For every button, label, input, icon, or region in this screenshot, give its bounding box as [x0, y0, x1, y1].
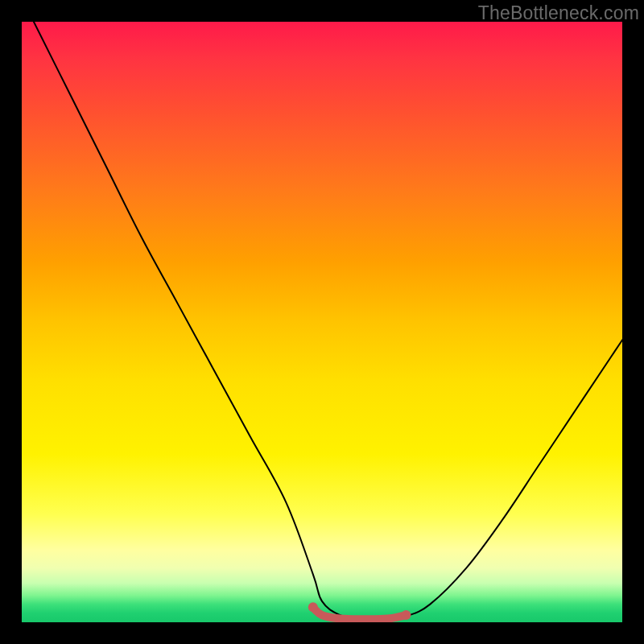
- bottleneck-curve: [34, 22, 622, 620]
- chart-frame: [22, 22, 622, 622]
- chart-svg: [22, 22, 622, 622]
- watermark-text: TheBottleneck.com: [478, 2, 639, 24]
- optimum-zone: [308, 602, 411, 620]
- svg-point-0: [308, 602, 318, 612]
- svg-point-1: [401, 610, 411, 620]
